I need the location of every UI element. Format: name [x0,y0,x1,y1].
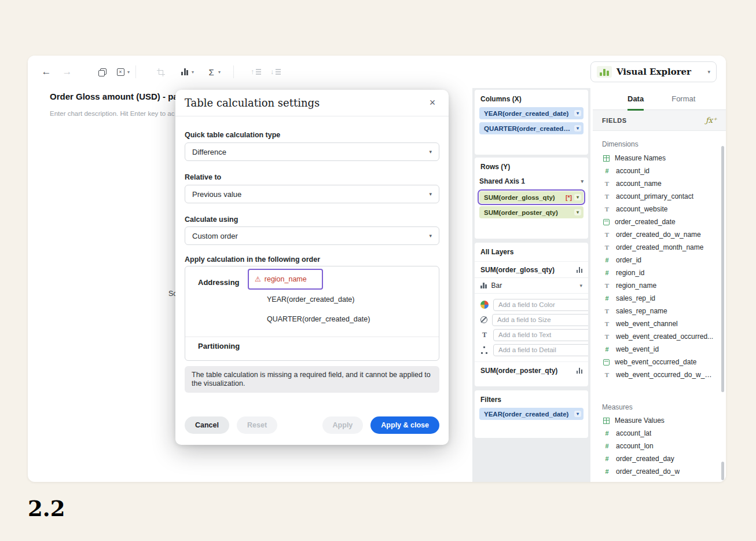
pill-quarter-order-created-date[interactable]: QUARTER(order_created_...) ▾ [479,122,583,134]
field-item[interactable]: # account_lat [593,427,726,440]
field-item[interactable]: T web_event_created_occurred... [593,330,726,343]
sort-ascending-icon[interactable]: ↑ [248,64,264,80]
warning-icon: ⚠ [255,275,261,283]
tab-format[interactable]: Format [671,89,695,109]
cancel-button[interactable]: Cancel [185,416,229,434]
detail-icon [480,346,489,354]
pill-caret-icon[interactable]: ▾ [574,125,581,131]
field-type-icon: # [603,270,611,276]
select-caret-icon: ▾ [429,191,432,197]
dialog-header: Table calculation settings × [175,90,449,116]
field-item[interactable]: T account_primary_contact [593,190,726,203]
detail-shelf [475,342,588,357]
sort-descending-icon[interactable]: ↓ [267,64,284,80]
detail-field-input[interactable] [493,344,588,356]
field-item[interactable]: T region_name [593,279,726,292]
field-item[interactable]: # order_created_day [593,452,726,465]
field-type-icon: T [603,372,611,378]
pill-caret-icon[interactable]: ▾ [574,411,581,417]
filter-pill-year-order-created-date[interactable]: YEAR(order_created_date) ▾ [479,408,583,420]
color-icon [480,301,489,309]
bar-chart-icon [480,283,487,288]
layer-sum-order-gloss-qty[interactable]: SUM(order_gloss_qty) [475,261,588,277]
field-item[interactable]: T account_website [593,203,726,215]
pill-sum-order-gloss-qty[interactable]: SUM(order_gloss_qty) [*] ▾ [479,191,583,203]
addressing-item-year[interactable]: YEAR(order_created_date) [248,290,370,309]
pill-caret-icon[interactable]: ▾ [574,194,581,200]
field-type-icon: T [603,308,611,315]
field-type-icon: T [603,244,611,251]
chart-type-icon[interactable] [177,64,193,80]
field-item[interactable]: T web_event_channel [593,317,726,330]
text-field-input[interactable] [493,329,588,341]
size-field-input[interactable] [492,314,588,326]
scrollbar-thumb-bottom[interactable] [721,462,724,480]
field-type-icon [603,219,610,225]
text-icon: T [480,331,489,339]
forward-icon[interactable]: → [59,64,75,80]
delete-element-icon[interactable]: × [112,64,129,80]
chart-description-placeholder[interactable]: Enter chart description. Hit Enter key t… [50,110,174,117]
field-item[interactable]: # account_id [593,165,726,177]
field-type-icon: T [603,321,611,327]
pill-caret-icon[interactable]: ▾ [574,209,581,215]
scrollbar-thumb[interactable] [721,146,724,392]
missing-field-warning: The table calculation is missing a requi… [185,366,439,393]
field-type-icon: T [603,193,611,200]
aggregate-caret-icon[interactable]: ▾ [218,70,221,75]
field-item[interactable]: order_created_date [593,215,726,228]
visual-explorer-selector[interactable]: Visual Explorer ▾ [590,61,717,82]
field-item[interactable]: T order_created_month_name [593,241,726,254]
field-type-icon [603,155,610,162]
aggregate-sigma-icon[interactable]: Σ [203,64,219,80]
text-shelf: T [475,327,588,342]
layer-sum-order-poster-qty[interactable]: SUM(order_poster_qty) [475,361,588,379]
partitioning-label: Partitioning [198,342,240,350]
chart-type-select[interactable]: Bar ▾ [475,277,588,294]
measures-label: Measures [602,403,633,411]
field-item[interactable]: # sales_rep_id [593,292,726,305]
close-icon[interactable]: × [425,97,439,109]
rows-shelf-title: Rows (Y) [475,158,588,175]
field-type-icon: # [603,168,611,174]
element-menu-caret-icon[interactable]: ▾ [127,70,130,75]
field-item[interactable]: T order_created_do_w_name [593,228,726,241]
measures-list: Measure Values # account_lat # account_l… [593,414,726,478]
field-item[interactable]: # order_created_do_w [593,465,726,478]
apply-button[interactable]: Apply [322,416,364,434]
pill-sum-order-poster-qty[interactable]: SUM(order_poster_qty) ▾ [479,206,583,218]
crop-icon[interactable] [152,64,168,80]
field-item[interactable]: # account_lon [593,440,726,452]
quick-type-select[interactable]: Difference ▾ [185,142,439,161]
filters-shelf-title: Filters [475,390,588,408]
apply-and-close-button[interactable]: Apply & close [370,416,439,434]
field-item[interactable]: # web_event_id [593,343,726,356]
field-item[interactable]: web_event_occurred_date [593,356,726,368]
chart-type-caret-icon[interactable]: ▾ [192,70,194,75]
duplicate-element-icon[interactable] [94,64,110,80]
shared-axis-selector[interactable]: Shared Axis 1 ▾ [475,175,588,188]
field-item[interactable]: T account_name [593,177,726,190]
field-item[interactable]: T web_event_occurred_do_w_na... [593,368,726,381]
relative-to-select[interactable]: Previous value ▾ [185,185,439,203]
field-item[interactable]: Measure Values [593,414,726,427]
reset-button[interactable]: Reset [237,416,277,434]
field-item[interactable]: T sales_rep_name [593,305,726,317]
field-item[interactable]: # region_id [593,266,726,279]
calculate-using-select[interactable]: Custom order ▾ [185,226,439,245]
add-formula-icon[interactable]: ƒx⁺ [706,116,717,125]
relative-to-label: Relative to [185,173,439,182]
field-type-icon: T [603,206,611,213]
field-item[interactable]: # order_id [593,254,726,266]
color-field-input[interactable] [493,299,588,311]
select-caret-icon: ▾ [429,149,432,155]
addressing-item-quarter[interactable]: QUARTER(order_created_date) [248,309,370,329]
dialog-footer: Cancel Reset Apply Apply & close [185,416,439,434]
tab-data[interactable]: Data [627,89,644,111]
chart-title[interactable]: Order Gloss amount (USD) - pane [50,92,188,101]
pill-caret-icon[interactable]: ▾ [574,110,581,116]
pill-year-order-created-date[interactable]: YEAR(order_created_date) ▾ [479,107,583,119]
field-item[interactable]: Measure Names [593,152,726,165]
back-icon[interactable]: ← [38,64,54,80]
addressing-item-region-name[interactable]: ⚠ region_name [248,269,323,290]
